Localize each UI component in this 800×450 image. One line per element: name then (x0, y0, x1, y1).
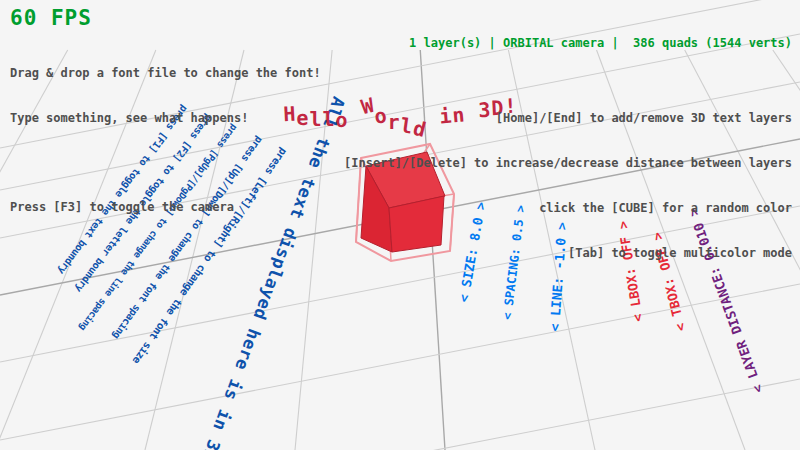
help-right-block: [Home]/[End] to add/remove 3D text layer… (344, 81, 792, 291)
help-multicolor: [Tab] to toggle multicolor mode (344, 246, 792, 261)
help-layer-distance: [Insert]/[Delete] to increase/decrease d… (344, 156, 792, 171)
fps-counter: 60 FPS (10, 6, 92, 30)
help-left-block: Drag & drop a font file to change the fo… (10, 36, 321, 230)
wave-char: l (322, 107, 335, 131)
help-type: Type something, see what happens! (10, 111, 321, 126)
help-toggle-camera: Press [F3] to toggle the camera (10, 200, 321, 215)
help-cube-color: click the [CUBE] for a random color (344, 201, 792, 216)
help-drag-drop: Drag & drop a font file to change the fo… (10, 66, 321, 81)
spacer (10, 156, 321, 170)
raylib-3d-text-demo-window: { "hud": { "fps": "60 FPS", "help_left":… (0, 0, 800, 450)
hud-right-block: 1 layer(s) | ORBITAL camera | 386 quads … (344, 6, 792, 306)
help-layers: [Home]/[End] to add/remove 3D text layer… (344, 111, 792, 126)
status-line: 1 layer(s) | ORBITAL camera | 386 quads … (344, 36, 792, 51)
